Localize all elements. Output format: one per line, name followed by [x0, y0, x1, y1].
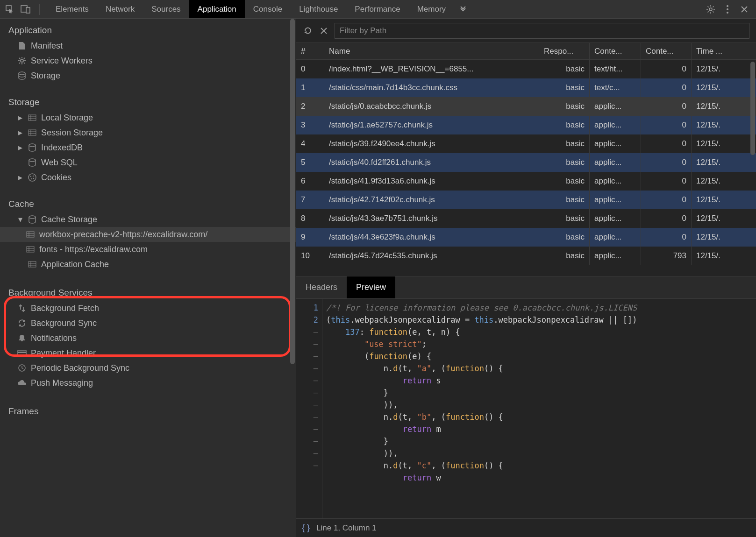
refresh-icon[interactable] [303, 26, 313, 36]
device-toggle-icon[interactable] [21, 4, 31, 14]
svg-point-3 [709, 8, 712, 11]
sidebar-item-websql[interactable]: ▸ Web SQL [0, 155, 296, 170]
sidebar-label: IndexedDB [41, 143, 83, 153]
table-row[interactable]: 0/index.html?__WB_REVISION__=6855...basi… [296, 60, 756, 78]
table-row[interactable]: 5/static/js/40.fd2ff261.chunk.jsbasicapp… [296, 153, 756, 172]
transfer-icon [17, 303, 27, 313]
settings-icon[interactable] [706, 4, 716, 14]
table-row[interactable]: 8/static/js/43.3ae7b751.chunk.jsbasicapp… [296, 209, 756, 228]
svg-rect-29 [27, 247, 34, 252]
tab-performance[interactable]: Performance [346, 0, 408, 18]
table-row[interactable]: 3/static/js/1.ae52757c.chunk.jsbasicappl… [296, 116, 756, 134]
svg-point-17 [29, 144, 36, 147]
tab-sources[interactable]: Sources [143, 0, 189, 18]
sidebar-item-bg-sync[interactable]: Background Sync [0, 316, 296, 331]
filter-input[interactable] [335, 23, 749, 39]
cursor-position: Line 1, Column 1 [316, 523, 377, 533]
svg-point-23 [33, 178, 34, 179]
sidebar-item-session-storage[interactable]: ▸ Session Storage [0, 125, 296, 140]
sidebar-label: Local Storage [41, 113, 93, 123]
sidebar-label: Payment Handler [31, 348, 96, 358]
sidebar-item-cache-storage[interactable]: ▾ Cache Storage [0, 212, 296, 227]
chevron-right-icon: ▸ [17, 129, 23, 136]
table-scrollbar[interactable] [750, 62, 755, 276]
th-index[interactable]: # [296, 43, 324, 59]
sidebar-item-push[interactable]: Push Messaging [0, 375, 296, 390]
sidebar-item-manifest[interactable]: Manifest [0, 38, 296, 53]
inspect-icon[interactable] [5, 4, 15, 14]
database-icon [17, 71, 27, 81]
subtab-preview[interactable]: Preview [347, 276, 395, 298]
cache-entry-fonts[interactable]: fonts - https://excalidraw.com [0, 242, 296, 257]
sidebar-label: Session Storage [41, 128, 103, 138]
status-bar: { } Line 1, Column 1 [296, 518, 756, 537]
clock-icon [17, 363, 27, 373]
section-application: Application [0, 19, 296, 38]
svg-point-18 [29, 159, 36, 162]
pretty-print-icon[interactable]: { } [302, 523, 310, 533]
th-name[interactable]: Name [324, 43, 539, 59]
close-devtools-icon[interactable] [739, 4, 749, 14]
sidebar-label: Push Messaging [31, 378, 93, 388]
cache-entry-workbox[interactable]: workbox-precache-v2-https://excalidraw.c… [0, 227, 296, 242]
cache-detail-pane: # Name Respo... Conte... Conte... Time .… [296, 19, 756, 537]
tab-memory[interactable]: Memory [409, 0, 454, 18]
sidebar-item-payment[interactable]: Payment Handler [0, 346, 296, 360]
sidebar-item-notifications[interactable]: Notifications [0, 331, 296, 346]
chevron-right-icon: ▸ [17, 174, 23, 181]
subtab-headers[interactable]: Headers [296, 276, 347, 298]
sidebar-scrollbar[interactable] [289, 19, 296, 537]
more-tabs-icon[interactable] [458, 4, 468, 14]
sidebar-label: Application Cache [41, 260, 109, 269]
svg-rect-38 [18, 352, 26, 353]
sidebar-item-bg-fetch[interactable]: Background Fetch [0, 301, 296, 316]
th-time-cached[interactable]: Time ... [692, 43, 756, 59]
th-response[interactable]: Respo... [539, 43, 590, 59]
file-icon [17, 41, 27, 51]
sidebar-item-cookies[interactable]: ▸ Cookies [0, 170, 296, 185]
sidebar-item-service-workers[interactable]: Service Workers [0, 53, 296, 68]
sidebar-item-indexeddb[interactable]: ▸ IndexedDB [0, 140, 296, 155]
code-content[interactable]: /*! For license information please see 0… [322, 299, 756, 518]
database-icon [27, 157, 37, 168]
svg-rect-13 [29, 130, 36, 135]
table-row[interactable]: 4/static/js/39.f2490ee4.chunk.jsbasicapp… [296, 134, 756, 153]
kebab-menu-icon[interactable] [722, 4, 733, 14]
tab-console[interactable]: Console [245, 0, 291, 18]
table-icon [27, 127, 37, 138]
preview-tabs: HeadersPreview [296, 276, 756, 299]
table-row[interactable]: 10/static/js/45.7d24c535.chunk.jsbasicap… [296, 247, 756, 265]
database-icon [27, 142, 37, 153]
clear-icon[interactable] [319, 26, 329, 36]
sidebar-item-local-storage[interactable]: ▸ Local Storage [0, 110, 296, 125]
table-icon [27, 259, 37, 269]
sidebar-item-periodic-sync[interactable]: Periodic Background Sync [0, 360, 296, 375]
svg-point-5 [727, 8, 728, 10]
sidebar-label: Web SQL [41, 158, 78, 168]
table-row[interactable]: 2/static/js/0.acabcbcc.chunk.jsbasicappl… [296, 97, 756, 116]
tab-lighthouse[interactable]: Lighthouse [291, 0, 346, 18]
sidebar-label: Storage [31, 71, 60, 81]
table-row[interactable]: 9/static/js/44.3e623f9a.chunk.jsbasicapp… [296, 228, 756, 247]
cookie-icon [27, 172, 37, 183]
sidebar-item-app-cache[interactable]: ▸ Application Cache [0, 257, 296, 272]
table-row[interactable]: 7/static/js/42.7142f02c.chunk.jsbasicapp… [296, 191, 756, 209]
line-gutter: 12–––––––––––– [296, 299, 322, 518]
sidebar-label: Background Fetch [31, 304, 99, 313]
sidebar-item-storage[interactable]: Storage [0, 68, 296, 83]
gear-icon [17, 56, 27, 66]
svg-point-4 [727, 5, 728, 7]
th-content-length[interactable]: Conte... [641, 43, 692, 59]
sidebar-label: Service Workers [31, 56, 93, 66]
devtools-toolbar: ElementsNetworkSourcesApplicationConsole… [0, 0, 756, 19]
table-row[interactable]: 6/static/js/41.9f3d13a6.chunk.jsbasicapp… [296, 172, 756, 191]
tab-elements[interactable]: Elements [47, 0, 97, 18]
sync-icon [17, 318, 27, 328]
tab-network[interactable]: Network [97, 0, 143, 18]
tab-application[interactable]: Application [189, 0, 245, 18]
svg-point-7 [21, 59, 23, 62]
th-content-type[interactable]: Conte... [590, 43, 641, 59]
devtools-tabs: ElementsNetworkSourcesApplicationConsole… [47, 0, 454, 18]
table-row[interactable]: 1/static/css/main.7d14b3cc.chunk.cssbasi… [296, 78, 756, 97]
svg-point-8 [19, 72, 25, 75]
